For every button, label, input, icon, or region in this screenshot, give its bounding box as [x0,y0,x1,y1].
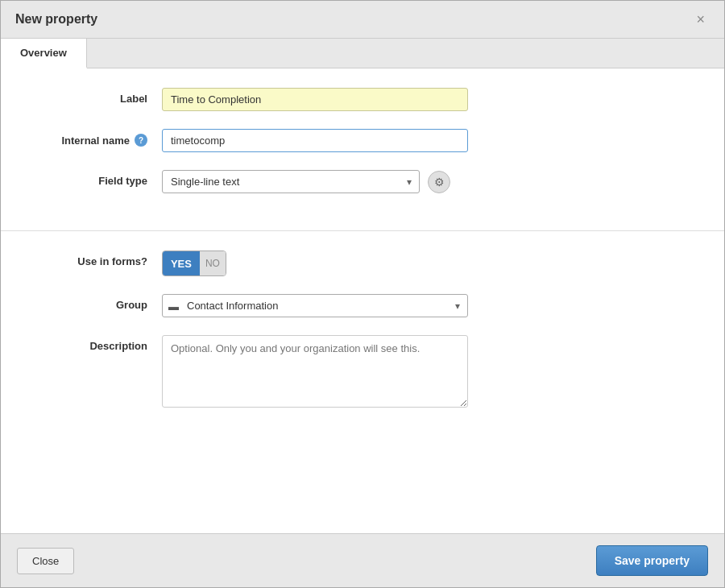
field-type-select[interactable]: Single-line text Multi-line text Number … [162,170,420,193]
dialog-body: Overview Label Internal name ? [1,39,724,533]
close-button[interactable]: Close [17,548,74,574]
field-type-label: Field type [33,170,162,187]
help-icon[interactable]: ? [135,134,147,147]
group-row: Group ▬ Contact Information Deal Informa… [33,294,692,317]
tabs-bar: Overview [1,39,724,68]
label-input[interactable] [162,88,468,111]
dialog-title: New property [15,12,97,27]
internal-name-control [162,129,468,152]
internal-name-label: Internal name ? [33,129,162,147]
tab-overview[interactable]: Overview [1,39,87,68]
use-in-forms-label: Use in forms? [33,251,162,267]
toggle-yes: YES [163,251,200,275]
description-row: Description [33,335,692,411]
form-section-secondary: Use in forms? YES NO Group ▬ [1,230,724,448]
description-control [162,335,468,411]
field-type-select-wrapper: Single-line text Multi-line text Number … [162,170,420,193]
label-field-label: Label [33,88,162,105]
use-in-forms-row: Use in forms? YES NO [33,251,692,276]
group-select-wrapper: ▬ Contact Information Deal Information C… [162,294,468,317]
form-section-main: Label Internal name ? Fiel [1,68,724,230]
label-row: Label [33,88,692,111]
use-in-forms-toggle[interactable]: YES NO [162,251,226,276]
field-type-icon-btn[interactable]: ⚙ [428,171,450,193]
new-property-dialog: New property × Overview Label Internal n… [0,0,725,588]
label-field-control [162,88,468,111]
description-textarea[interactable] [162,335,468,408]
field-type-row: Field type Single-line text Multi-line t… [33,170,692,193]
toggle-no: NO [200,251,226,275]
group-select[interactable]: Contact Information Deal Information Com… [162,294,468,317]
group-control: ▬ Contact Information Deal Information C… [162,294,468,317]
field-type-control: Single-line text Multi-line text Number … [162,170,468,193]
group-label: Group [33,294,162,311]
field-type-inner: Single-line text Multi-line text Number … [162,170,468,193]
save-property-button[interactable]: Save property [596,545,708,576]
toggle-wrapper: YES NO [162,251,468,276]
dialog-close-icon[interactable]: × [691,10,710,28]
internal-name-input[interactable] [162,129,468,152]
description-label: Description [33,335,162,352]
dialog-header: New property × [1,1,724,39]
internal-name-label-text: Internal name [61,135,130,147]
internal-name-row: Internal name ? [33,129,692,152]
dialog-footer: Close Save property [1,533,724,587]
use-in-forms-control: YES NO [162,251,468,276]
